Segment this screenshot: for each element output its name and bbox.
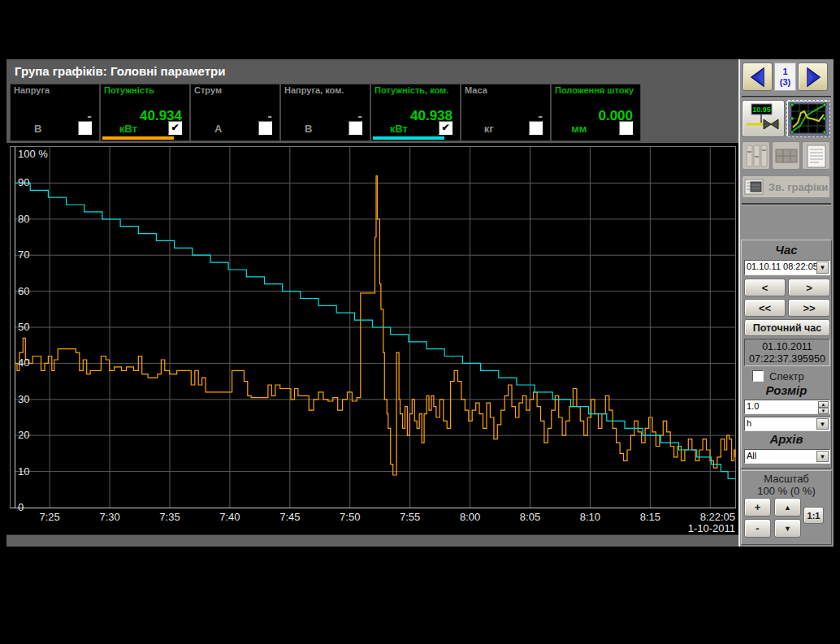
svg-text:8:10: 8:10 [580, 511, 600, 523]
parameter-panel: Положення штоку 0.000 мм [551, 84, 641, 141]
svg-text:7:55: 7:55 [400, 511, 420, 523]
time-title: Час [742, 243, 831, 257]
chevron-down-icon[interactable]: ▼ [816, 451, 829, 462]
parameter-unit: кВт [371, 123, 426, 135]
chevron-down-icon[interactable]: ▼ [816, 418, 829, 430]
time-page-forward-button[interactable]: >> [788, 299, 830, 317]
valve-indicator-icon: 10.95 [745, 102, 782, 135]
parameter-panel: Струм - А [190, 84, 280, 141]
size-spinner[interactable]: 1.0 ▲▼ [744, 400, 830, 414]
svg-text:20: 20 [18, 429, 29, 441]
parameter-panel: Потужність, ком. 40.938 кВт ✔ [370, 84, 461, 141]
report-view-button[interactable] [802, 141, 830, 170]
size-unit-combobox[interactable]: h ▼ [744, 417, 830, 431]
svg-text:0: 0 [18, 501, 24, 513]
page-current: 1 [775, 67, 795, 77]
parameter-name: Потужність [104, 85, 188, 95]
svg-text:100 %: 100 % [18, 148, 48, 160]
svg-text:8:00: 8:00 [460, 511, 480, 523]
svg-text:40: 40 [18, 357, 29, 369]
spectrum-checkbox[interactable] [752, 370, 764, 382]
current-time-value: 07:22:37.395950 [745, 353, 829, 365]
spectrum-label: Спектр [769, 370, 804, 383]
pan-down-button[interactable]: ▼ [774, 519, 801, 538]
bottom-strip [6, 534, 738, 547]
parameter-unit: кг [461, 123, 517, 135]
svg-text:8:05: 8:05 [520, 511, 540, 523]
scale-panel: Масштаб 100 % (0 %) + ▲ 1:1 - ▼ [741, 470, 832, 545]
separator [742, 96, 831, 98]
spinner-up-icon[interactable]: ▲ [818, 401, 829, 408]
page-total: (3) [775, 77, 795, 88]
svg-text:10.95: 10.95 [752, 106, 771, 114]
svg-text:70: 70 [18, 249, 29, 261]
svg-text:7:30: 7:30 [99, 511, 119, 523]
parameter-name: Напруга [14, 85, 97, 95]
current-time-button[interactable]: Поточний час [744, 319, 830, 336]
svg-text:10: 10 [18, 465, 29, 478]
parameter-trace-color-bar [102, 136, 174, 140]
current-date: 01.10.2011 [745, 341, 829, 353]
related-graphs-button[interactable]: Зв. графіки [742, 175, 830, 198]
prev-group-button[interactable] [743, 63, 773, 91]
time-panel: Час 01.10.11 08:22:05 ▼ < > << >> Поточн… [741, 240, 832, 469]
svg-text:90: 90 [18, 176, 29, 188]
parameter-unit: мм [552, 123, 607, 135]
chart-area: 100 %90807060504030201007:257:307:357:40… [6, 143, 738, 534]
parameter-panel: Маса - кг [461, 84, 551, 141]
size-unit-value: h [747, 418, 816, 428]
mini-chart-icon [790, 102, 827, 135]
parameter-name: Струм [194, 85, 278, 95]
size-title: Розмір [742, 383, 831, 397]
svg-text:7:45: 7:45 [279, 511, 300, 523]
archive-value: All [747, 451, 816, 460]
current-datetime-display: 01.10.2011 07:22:37.395950 [744, 339, 830, 366]
time-step-back-button[interactable]: < [744, 279, 786, 296]
spinner-down-icon[interactable]: ▼ [818, 408, 829, 414]
graphs-view-button[interactable] [786, 100, 830, 137]
parameter-checkbox[interactable] [258, 121, 272, 135]
parameter-checkbox[interactable]: ✔ [168, 121, 182, 135]
parameter-panel: Напруга, ком. - В [280, 84, 370, 141]
time-combobox[interactable]: 01.10.11 08:22:05 ▼ [744, 260, 830, 275]
trend-chart[interactable]: 100 %90807060504030201007:257:307:357:40… [6, 143, 738, 534]
separator [742, 203, 831, 205]
parameter-panel: Напруга - В [10, 84, 100, 141]
spinner-arrows[interactable]: ▲▼ [818, 401, 829, 413]
related-graphs-icon [744, 179, 764, 195]
parameter-checkbox[interactable] [529, 121, 543, 135]
parameter-checkbox[interactable] [78, 121, 92, 135]
parameter-checkbox[interactable] [619, 121, 633, 135]
zoom-in-button[interactable]: + [744, 498, 771, 516]
parameter-name: Положення штоку [555, 85, 639, 95]
table-icon [774, 144, 799, 168]
parameter-unit: В [11, 123, 66, 135]
chevron-down-icon[interactable]: ▼ [816, 261, 829, 274]
mnemoscheme-view-button[interactable]: 10.95 [742, 100, 785, 137]
parameter-checkbox[interactable] [349, 121, 362, 135]
time-step-forward-button[interactable]: > [788, 279, 830, 296]
one-to-one-button[interactable]: 1:1 [803, 507, 824, 524]
parameter-unit: А [191, 123, 246, 135]
panels-view-button[interactable] [742, 141, 770, 170]
parameter-checkbox[interactable]: ✔ [439, 121, 452, 135]
parameter-trace-color-bar [373, 136, 444, 140]
archive-combobox[interactable]: All ▼ [744, 449, 830, 464]
parameter-name: Потужність, ком. [375, 85, 458, 95]
svg-text:7:50: 7:50 [340, 511, 360, 523]
parameter-name: Напруга, ком. [284, 85, 368, 95]
svg-text:50: 50 [18, 321, 29, 333]
time-page-back-button[interactable]: << [744, 299, 786, 317]
time-combobox-value: 01.10.11 08:22:05 [747, 261, 816, 271]
parameter-unit: кВт [101, 123, 156, 135]
pan-up-button[interactable]: ▲ [774, 498, 801, 516]
table-view-button[interactable] [772, 141, 800, 170]
parameter-panel: Потужність 40.934 кВт ✔ [100, 84, 190, 141]
svg-text:1-10-2011: 1-10-2011 [688, 522, 735, 534]
next-group-button[interactable] [798, 63, 828, 91]
graph-pane: Група графіків: Головні параметри Напруг… [6, 59, 738, 547]
page-indicator: 1 (3) [774, 63, 796, 91]
svg-text:60: 60 [18, 285, 29, 297]
zoom-out-button[interactable]: - [744, 519, 771, 538]
size-spinner-value: 1.0 [747, 401, 818, 411]
